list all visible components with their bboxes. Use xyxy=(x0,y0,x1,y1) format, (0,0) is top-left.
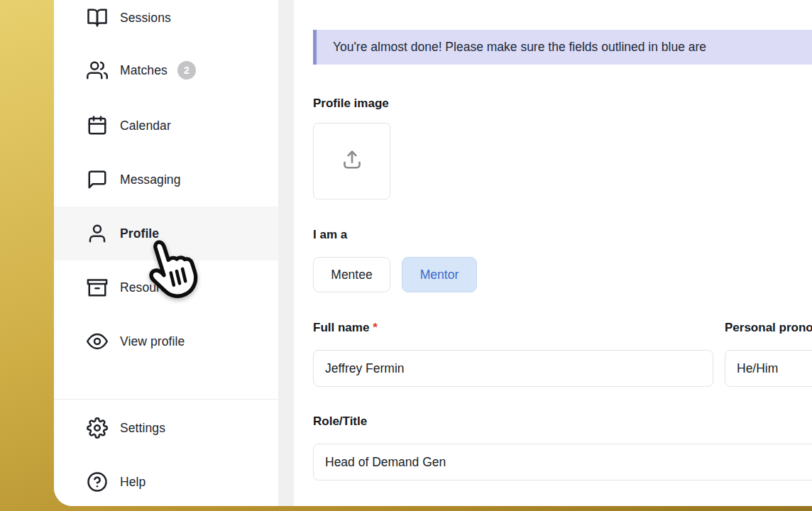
notification-banner: You're almost done! Please make sure the… xyxy=(313,30,812,65)
archive-icon xyxy=(87,277,108,298)
i-am-a-label: I am a xyxy=(313,228,347,242)
book-open-icon xyxy=(87,7,108,28)
sidebar-item-label: Calendar xyxy=(120,119,171,133)
sidebar-item-matches[interactable]: Matches 2 xyxy=(54,43,278,97)
required-asterisk: * xyxy=(373,321,378,334)
full-name-label: Full name* xyxy=(313,321,378,335)
sidebar-item-messaging[interactable]: Messaging xyxy=(54,153,278,207)
full-name-input[interactable] xyxy=(313,350,713,387)
sidebar-item-sessions[interactable]: Sessions xyxy=(54,0,278,45)
app-screenshot: Sessions Matches 2 Calendar Messagin xyxy=(0,0,812,511)
sidebar-item-calendar[interactable]: Calendar xyxy=(54,99,278,153)
role-title-label: Role/Title xyxy=(313,414,367,429)
sidebar-divider xyxy=(54,399,278,400)
pronouns-label: Personal pronouns xyxy=(725,321,812,335)
content-scrollbar[interactable] xyxy=(278,0,294,506)
user-icon xyxy=(87,223,108,244)
sidebar-item-label: Resources xyxy=(120,280,180,295)
upload-icon xyxy=(339,147,365,175)
role-title-input[interactable] xyxy=(313,444,812,480)
profile-form xyxy=(294,0,812,506)
matches-count-badge: 2 xyxy=(177,61,196,79)
notification-banner-text: You're almost done! Please make sure the… xyxy=(317,40,706,55)
gear-icon xyxy=(87,417,108,439)
profile-image-upload[interactable] xyxy=(313,123,390,199)
app-panel: Sessions Matches 2 Calendar Messagin xyxy=(54,0,812,506)
sidebar-item-label: Matches xyxy=(120,63,168,78)
sidebar-item-label: Messaging xyxy=(120,172,181,187)
sidebar: Sessions Matches 2 Calendar Messagin xyxy=(54,0,278,506)
message-icon xyxy=(87,169,108,190)
mentor-button[interactable]: Mentor xyxy=(402,257,477,292)
profile-image-label: Profile image xyxy=(313,97,389,111)
sidebar-item-label: Profile xyxy=(120,226,159,241)
sidebar-item-resources[interactable]: Resources xyxy=(54,260,278,314)
mentee-button[interactable]: Mentee xyxy=(313,257,390,292)
calendar-icon xyxy=(87,115,108,136)
sidebar-item-view-profile[interactable]: View profile xyxy=(54,314,278,368)
sidebar-item-label: View profile xyxy=(120,334,185,349)
sidebar-item-label: Settings xyxy=(120,421,165,436)
users-icon xyxy=(87,60,108,81)
sidebar-item-label: Sessions xyxy=(120,11,171,26)
sidebar-item-label: Help xyxy=(120,475,146,490)
help-icon xyxy=(87,471,108,493)
pronouns-input[interactable] xyxy=(725,350,812,387)
sidebar-item-profile[interactable]: Profile xyxy=(54,207,278,260)
sidebar-item-help[interactable]: Help xyxy=(54,455,278,506)
eye-icon xyxy=(87,331,108,352)
sidebar-item-settings[interactable]: Settings xyxy=(54,401,278,455)
